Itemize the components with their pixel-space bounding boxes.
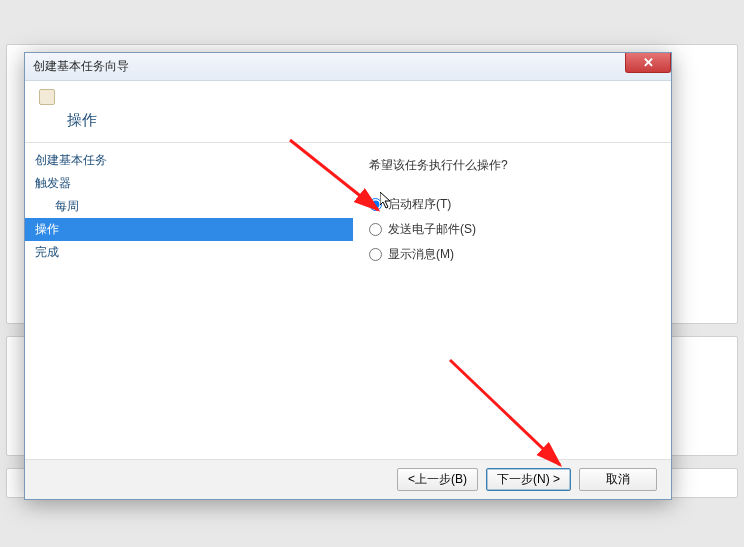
radio-start-program-input[interactable] xyxy=(369,198,382,211)
wizard-footer: <上一步(B) 下一步(N) > 取消 xyxy=(25,459,671,499)
sidebar-item-trigger[interactable]: 触发器 xyxy=(25,172,353,195)
cancel-button[interactable]: 取消 xyxy=(579,468,657,491)
sidebar-item-finish[interactable]: 完成 xyxy=(25,241,353,264)
wizard-content: 希望该任务执行什么操作? 启动程序(T) 发送电子邮件(S) 显示消息(M) xyxy=(353,143,671,459)
action-prompt: 希望该任务执行什么操作? xyxy=(369,157,655,174)
wizard-dialog: 创建基本任务向导 ✕ 操作 创建基本任务 触发器 每周 操作 完成 希望该任务执… xyxy=(24,52,672,500)
wizard-icon xyxy=(39,89,55,105)
titlebar: 创建基本任务向导 ✕ xyxy=(25,53,671,81)
wizard-sidebar: 创建基本任务 触发器 每周 操作 完成 xyxy=(25,143,353,459)
radio-send-email-label: 发送电子邮件(S) xyxy=(388,221,476,238)
radio-show-message-input[interactable] xyxy=(369,248,382,261)
wizard-step-title: 操作 xyxy=(67,111,657,130)
sidebar-item-weekly[interactable]: 每周 xyxy=(25,195,353,218)
sidebar-item-action[interactable]: 操作 xyxy=(25,218,353,241)
wizard-header: 操作 xyxy=(25,81,671,143)
radio-start-program-label: 启动程序(T) xyxy=(388,196,451,213)
wizard-body: 创建基本任务 触发器 每周 操作 完成 希望该任务执行什么操作? 启动程序(T)… xyxy=(25,143,671,459)
radio-show-message[interactable]: 显示消息(M) xyxy=(369,246,655,263)
radio-show-message-label: 显示消息(M) xyxy=(388,246,454,263)
close-button[interactable]: ✕ xyxy=(625,53,671,73)
radio-send-email-input[interactable] xyxy=(369,223,382,236)
close-icon: ✕ xyxy=(643,56,654,69)
window-title: 创建基本任务向导 xyxy=(33,58,129,75)
back-button[interactable]: <上一步(B) xyxy=(397,468,478,491)
sidebar-item-create-task[interactable]: 创建基本任务 xyxy=(25,149,353,172)
radio-start-program[interactable]: 启动程序(T) xyxy=(369,196,655,213)
next-button[interactable]: 下一步(N) > xyxy=(486,468,571,491)
radio-send-email[interactable]: 发送电子邮件(S) xyxy=(369,221,655,238)
